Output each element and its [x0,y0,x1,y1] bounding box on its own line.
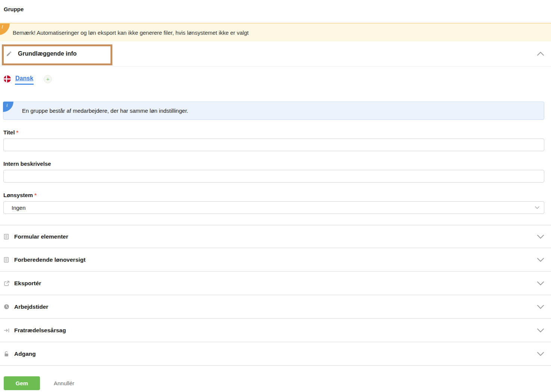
accordion-row-adgang[interactable]: Adgang [0,342,551,366]
intern-beskrivelse-label: Intern beskrivelse [3,161,544,167]
plus-icon: + [46,76,50,82]
accordion-row-label: Fratrædelsesårsag [14,327,66,334]
chevron-down-icon[interactable] [537,328,544,333]
lonsystem-select[interactable]: Ingen [3,201,544,214]
lonsystem-label: Lønsystem* [3,192,544,198]
titel-input[interactable] [3,139,544,151]
add-language-button[interactable]: + [44,75,52,83]
page-title: Gruppe [0,0,551,12]
footer-actions: Gem Annullér [4,376,551,390]
chevron-down-icon[interactable] [537,234,544,239]
warning-icon: ! [0,24,10,35]
chevron-down-icon[interactable] [537,281,544,286]
form-icon [4,234,10,240]
chevron-down-icon [535,206,539,209]
language-tabs: Dansk + [0,66,551,84]
section-header-grundlaeggende-info[interactable]: Grundlæggende info [0,41,551,66]
accordion-row-label: Eksportér [14,280,41,287]
accordion-row-arbejdstider[interactable]: Arbejdstider [0,295,551,319]
leave-icon [4,327,10,333]
required-asterisk: * [16,129,19,136]
form-icon [4,257,10,263]
accordion-row-forberedende-l-noversigt[interactable]: Forberedende lønoversigt [0,248,551,272]
tab-dansk-label[interactable]: Dansk [15,75,33,81]
titel-label: Titel* [3,129,544,136]
export-icon [4,280,10,286]
accordion-row-label: Adgang [14,351,36,357]
chevron-up-icon[interactable] [537,52,544,56]
warning-banner: ! Bemærk! Automatiseringer og løn ekspor… [0,23,551,41]
accordion-row-eksport-r[interactable]: Eksportér [0,272,551,295]
info-text: En gruppe består af medarbejdere, der ha… [22,108,188,114]
warning-text: Bemærk! Automatiseringer og løn eksport … [13,29,249,36]
accordion-sections: Formular elementer Forberedende lønovers… [0,225,551,366]
lonsystem-selected-value: Ingen [12,205,26,211]
chevron-down-icon[interactable] [537,352,544,356]
accordion-row-formular-elementer[interactable]: Formular elementer [0,225,551,248]
accordion-row-fratr-delses-rsag[interactable]: Fratrædelsesårsag [0,319,551,342]
intern-beskrivelse-input[interactable] [3,170,544,183]
required-asterisk: * [34,192,37,198]
accordion-row-label: Forberedende lønoversigt [14,256,85,263]
cancel-button[interactable]: Annullér [52,380,77,387]
form-area: Titel* Intern beskrivelse Lønsystem* Ing… [0,129,551,214]
section-title: Grundlæggende info [18,50,77,57]
accordion-row-label: Formular elementer [14,233,68,240]
danish-flag-icon [4,75,11,83]
info-icon: i [3,102,13,112]
chevron-down-icon[interactable] [537,305,544,309]
pencil-icon [6,51,12,57]
accordion-row-label: Arbejdstider [14,304,48,310]
tab-dansk[interactable]: Dansk [15,75,34,85]
lock-icon [4,351,10,357]
save-button[interactable]: Gem [4,376,40,390]
clock-icon [4,304,10,310]
info-box: i En gruppe består af medarbejdere, der … [3,102,544,120]
chevron-down-icon[interactable] [537,258,544,262]
